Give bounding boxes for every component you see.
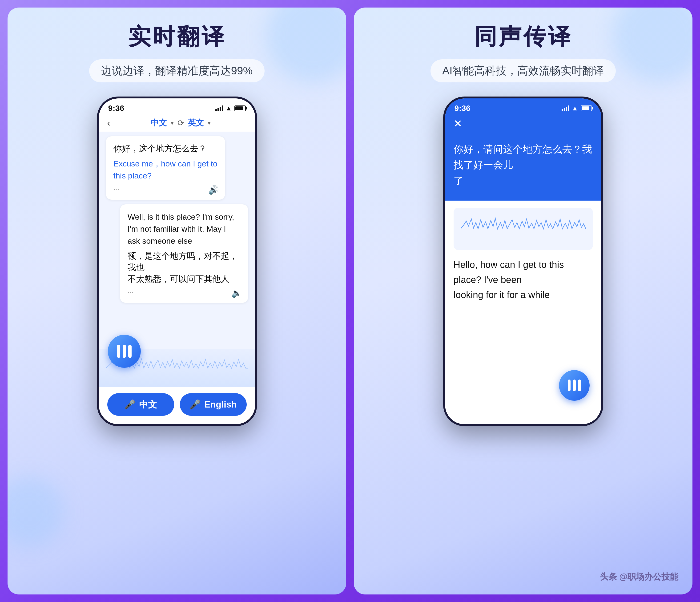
right-title: 同声传译 [474, 22, 572, 52]
watermark: 头条 @职场办公技能 [600, 571, 678, 583]
right-waveform-svg [460, 215, 586, 243]
left-subtitle: 边说边译，翻译精准度高达99% [89, 59, 264, 82]
source-lang[interactable]: 中文 [151, 118, 167, 128]
message-bubble-2: Well, is it this place? I'm sorry,I'm no… [120, 204, 248, 303]
right-panel: 同声传译 AI智能高科技，高效流畅实时翻译 9:36 ▲ [354, 7, 693, 595]
left-phone-nav: ‹ 中文 ▾ ⟳ 英文 ▾ [99, 115, 255, 131]
msg1-english: Excuse me，how can I get tothis place? [114, 158, 218, 182]
language-selector[interactable]: 中文 ▾ ⟳ 英文 ▾ [115, 118, 247, 128]
mic-english-icon: 🎤 [190, 399, 201, 410]
left-floating-mic[interactable] [108, 335, 141, 368]
msg2-chinese: 额，是这个地方吗，对不起，我也不太熟悉，可以问下其他人 [128, 250, 241, 285]
signal-icon [215, 105, 223, 111]
right-status-icons: ▲ [561, 104, 592, 112]
right-battery-icon [581, 105, 592, 111]
right-english-text: Hello, how can I get to this place? I've… [454, 257, 593, 302]
right-phone: 9:36 ▲ [443, 97, 603, 426]
message-bubble-1: 你好，这个地方怎么去？ Excuse me，how can I get toth… [106, 136, 225, 200]
battery-icon [234, 105, 246, 111]
pause-icon [117, 345, 131, 358]
left-status-time: 9:36 [108, 103, 124, 113]
right-subtitle: AI智能高科技，高效流畅实时翻译 [430, 59, 616, 82]
msg2-audio-icon[interactable]: 🔈 [231, 288, 242, 298]
right-phone-nav: ✕ [445, 115, 601, 134]
left-status-icons: ▲ [215, 104, 246, 112]
source-lang-arrow: ▾ [171, 119, 174, 127]
left-title: 实时翻译 [128, 22, 226, 52]
right-wifi-icon: ▲ [572, 104, 578, 112]
right-status-bar: 9:36 ▲ [445, 98, 601, 115]
msg1-dots: ··· [114, 185, 218, 193]
right-floating-mic[interactable] [559, 370, 590, 401]
right-blue-area: 你好，请问这个地方怎么去？我找了好一会儿了 [445, 134, 601, 200]
mic-chinese-icon: 🎤 [124, 399, 135, 410]
left-panel: 实时翻译 边说边译，翻译精准度高达99% 9:36 ▲ [7, 7, 346, 595]
wifi-icon: ▲ [225, 104, 232, 112]
right-pause-icon [568, 380, 581, 391]
chinese-btn[interactable]: 🎤 中文 [107, 393, 174, 416]
msg2-dots: ··· [128, 288, 241, 296]
right-waveform-area [454, 208, 593, 250]
right-status-time: 9:36 [454, 103, 471, 113]
left-phone-bottom: 🎤 中文 🎤 English [99, 387, 255, 424]
left-phone-screen: 9:36 ▲ [99, 98, 255, 424]
left-chat-area: 你好，这个地方怎么去？ Excuse me，how can I get toth… [99, 131, 255, 350]
close-icon[interactable]: ✕ [454, 118, 462, 129]
msg2-english: Well, is it this place? I'm sorry,I'm no… [128, 211, 241, 247]
outer-container: 实时翻译 边说边译，翻译精准度高达99% 9:36 ▲ [0, 0, 700, 602]
back-icon[interactable]: ‹ [107, 118, 110, 128]
right-chinese-text: 你好，请问这个地方怎么去？我找了好一会儿了 [454, 141, 593, 189]
chinese-btn-label: 中文 [139, 399, 157, 411]
right-signal-icon [561, 105, 569, 111]
target-lang-arrow: ▾ [207, 119, 211, 127]
sync-icon[interactable]: ⟳ [177, 118, 184, 128]
left-status-bar: 9:36 ▲ [99, 98, 255, 115]
msg1-chinese: 你好，这个地方怎么去？ [114, 143, 218, 154]
target-lang[interactable]: 英文 [188, 118, 204, 128]
english-btn-label: English [204, 400, 236, 410]
english-btn[interactable]: 🎤 English [180, 393, 247, 416]
left-phone: 9:36 ▲ [97, 97, 257, 426]
msg1-audio-icon[interactable]: 🔊 [208, 185, 219, 195]
